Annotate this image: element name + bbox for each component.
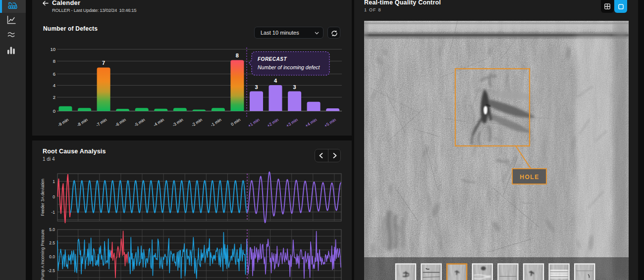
svg-text:8: 8 (53, 58, 55, 64)
svg-text:+5 min: +5 min (323, 117, 337, 129)
svg-text:10: 10 (50, 47, 55, 52)
svg-text:+1 min: +1 min (247, 117, 261, 129)
svg-text:-8 min: -8 min (76, 117, 88, 128)
svg-text:2.5: 2.5 (49, 240, 55, 245)
svg-text:+3 min: +3 min (285, 117, 299, 129)
svg-text:-1 min: -1 min (210, 117, 222, 128)
svg-text:0.0: 0.0 (49, 254, 55, 259)
svg-text:HOLE: HOLE (520, 174, 539, 181)
svg-text:-2 min: -2 min (191, 117, 203, 128)
svg-text:+2 min: +2 min (266, 117, 279, 129)
svg-text:-4 min: -4 min (153, 117, 165, 128)
svg-text:0: 0 (53, 194, 55, 199)
svg-text:5.0: 5.0 (49, 227, 55, 232)
svg-text:-2.5: -2.5 (48, 268, 55, 273)
svg-text:-5 min: -5 min (133, 117, 146, 128)
svg-text:0: 0 (53, 108, 55, 114)
svg-text:+4 min: +4 min (304, 117, 318, 129)
svg-text:-3 min: -3 min (171, 117, 184, 128)
svg-text:-9 min: -9 min (57, 117, 69, 128)
svg-text:4: 4 (274, 78, 277, 84)
svg-text:Pump A Incoming Pressure: Pump A Incoming Pressure (40, 229, 45, 280)
svg-text:-1: -1 (51, 210, 55, 215)
svg-text:2: 2 (53, 94, 55, 100)
svg-text:3: 3 (293, 84, 296, 90)
svg-text:FORECAST: FORECAST (258, 56, 287, 62)
svg-text:3: 3 (255, 84, 258, 90)
svg-text:-7 min: -7 min (95, 117, 107, 128)
svg-text:0 min: 0 min (230, 117, 241, 127)
svg-text:8: 8 (236, 52, 239, 58)
svg-text:6: 6 (53, 71, 55, 77)
svg-text:Number of incoming defect: Number of incoming defect (258, 64, 321, 70)
svg-text:4: 4 (53, 83, 55, 88)
svg-text:1: 1 (53, 179, 55, 184)
svg-text:-6 min: -6 min (114, 117, 126, 128)
svg-text:7: 7 (102, 60, 105, 66)
svg-text:Feeder 3A deviation: Feeder 3A deviation (40, 179, 45, 216)
